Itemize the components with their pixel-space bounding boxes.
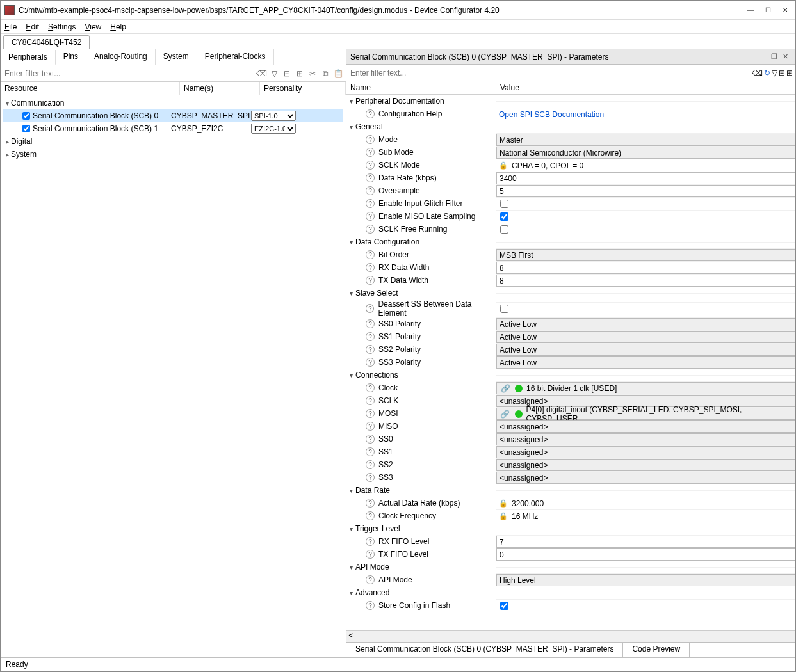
menu-file[interactable]: File bbox=[4, 22, 17, 31]
help-icon[interactable]: ? bbox=[366, 601, 375, 610]
collapse-icon[interactable]: ⊟ bbox=[282, 68, 292, 79]
checkbox-misolate[interactable] bbox=[500, 212, 508, 221]
close-button[interactable]: ✕ bbox=[783, 6, 788, 13]
bottom-tab-code-preview[interactable]: Code Preview bbox=[623, 643, 690, 657]
value-oversample[interactable]: 5 bbox=[496, 185, 795, 197]
chevron-down-icon[interactable]: ▾ bbox=[3, 100, 11, 107]
help-icon[interactable]: ? bbox=[366, 161, 375, 170]
tree-communication[interactable]: Communication bbox=[11, 99, 179, 108]
help-icon[interactable]: ? bbox=[366, 345, 375, 354]
expand-icon[interactable]: ⊞ bbox=[295, 68, 305, 79]
group-peripheral-doc[interactable]: Peripheral Documentation bbox=[355, 97, 444, 106]
chevron-down-icon[interactable]: ▾ bbox=[346, 564, 355, 571]
value-css3[interactable]: <unassigned> bbox=[496, 472, 795, 484]
value-css0[interactable]: <unassigned> bbox=[496, 433, 795, 445]
checkbox-glitch[interactable] bbox=[500, 200, 508, 208]
filter-icon[interactable]: ▽ bbox=[269, 68, 279, 79]
group-slaveselect[interactable]: Slave Select bbox=[355, 289, 398, 298]
help-icon[interactable]: ? bbox=[366, 263, 375, 272]
value-clock[interactable]: 16 bit Divider 1 clk [USED] bbox=[526, 384, 617, 393]
group-datacfg[interactable]: Data Configuration bbox=[355, 237, 419, 246]
group-trigger[interactable]: Trigger Level bbox=[355, 524, 400, 533]
device-tab[interactable]: CY8C4046LQI-T452 bbox=[3, 35, 90, 49]
group-connections[interactable]: Connections bbox=[355, 371, 398, 380]
bottom-tab-parameters[interactable]: Serial Communication Block (SCB) 0 (CYBS… bbox=[346, 643, 623, 657]
chevron-down-icon[interactable]: ▾ bbox=[346, 239, 355, 246]
help-icon[interactable]: ? bbox=[366, 447, 375, 456]
help-icon[interactable]: ? bbox=[366, 550, 375, 559]
tab-system[interactable]: System bbox=[156, 49, 197, 65]
help-icon[interactable]: ? bbox=[366, 396, 375, 405]
help-icon[interactable]: ? bbox=[366, 473, 375, 482]
chevron-down-icon[interactable]: ▾ bbox=[346, 124, 355, 131]
help-icon[interactable]: ? bbox=[366, 173, 375, 182]
cut-icon[interactable]: ✂ bbox=[307, 68, 318, 79]
help-icon[interactable]: ? bbox=[366, 109, 375, 118]
help-icon[interactable]: ? bbox=[366, 358, 375, 367]
checkbox-storeflash[interactable] bbox=[500, 602, 508, 610]
menu-edit[interactable]: Edit bbox=[26, 22, 39, 31]
menu-settings[interactable]: Settings bbox=[48, 22, 76, 31]
value-ss1[interactable]: Active Low bbox=[496, 331, 795, 343]
checkbox-sclkfree[interactable] bbox=[500, 225, 508, 234]
value-miso[interactable]: <unassigned> bbox=[496, 420, 795, 433]
chevron-right-icon[interactable]: ▸ bbox=[3, 151, 11, 158]
value-bitorder[interactable]: MSB First bbox=[496, 249, 795, 261]
help-icon[interactable]: ? bbox=[366, 499, 375, 508]
scb1-personality-select[interactable]: EZI2C-1.0 bbox=[251, 124, 296, 134]
left-filter-input[interactable] bbox=[3, 68, 254, 79]
checkbox-deassert[interactable] bbox=[500, 305, 508, 313]
group-datarate[interactable]: Data Rate bbox=[355, 486, 390, 495]
value-submode[interactable]: National Semiconductor (Microwire) bbox=[496, 147, 795, 159]
value-css2[interactable]: <unassigned> bbox=[496, 459, 795, 471]
value-txwidth[interactable]: 8 bbox=[496, 275, 795, 287]
help-icon[interactable]: ? bbox=[366, 383, 375, 392]
help-icon[interactable]: ? bbox=[366, 422, 375, 431]
value-rxfifo[interactable]: 7 bbox=[496, 536, 795, 548]
help-icon[interactable]: ? bbox=[366, 304, 374, 313]
help-icon[interactable]: ? bbox=[366, 250, 375, 259]
help-icon[interactable]: ? bbox=[366, 575, 375, 584]
help-icon[interactable]: ? bbox=[366, 319, 375, 328]
help-icon[interactable]: ? bbox=[366, 148, 375, 157]
value-rxwidth[interactable]: 8 bbox=[496, 262, 795, 274]
horizontal-scrollbar[interactable]: < bbox=[346, 630, 795, 642]
help-icon[interactable]: ? bbox=[366, 276, 375, 285]
minimize-button[interactable]: — bbox=[747, 6, 754, 13]
scb1-name[interactable]: CYBSP_EZI2C bbox=[171, 124, 251, 133]
tab-pins[interactable]: Pins bbox=[56, 49, 86, 65]
help-icon[interactable]: ? bbox=[366, 332, 375, 341]
help-icon[interactable]: ? bbox=[366, 511, 375, 520]
chevron-down-icon[interactable]: ▾ bbox=[346, 290, 355, 297]
scb0-name[interactable]: CYBSP_MASTER_SPI bbox=[171, 111, 251, 120]
chevron-right-icon[interactable]: ▸ bbox=[3, 138, 11, 145]
collapse-icon[interactable]: ⊟ bbox=[779, 68, 785, 77]
help-icon[interactable]: ? bbox=[366, 537, 375, 546]
chevron-down-icon[interactable]: ▾ bbox=[346, 487, 355, 494]
value-ss3[interactable]: Active Low bbox=[496, 356, 795, 369]
help-icon[interactable]: ? bbox=[366, 409, 375, 418]
maximize-button[interactable]: ☐ bbox=[765, 6, 771, 13]
help-icon[interactable]: ? bbox=[366, 135, 375, 144]
right-filter-input[interactable] bbox=[349, 67, 751, 79]
help-icon[interactable]: ? bbox=[366, 186, 375, 195]
scb0-personality-select[interactable]: SPI-1.0 bbox=[251, 111, 296, 121]
scb1-checkbox[interactable] bbox=[22, 125, 30, 132]
help-icon[interactable]: ? bbox=[366, 460, 375, 469]
undock-icon[interactable]: ❐ bbox=[771, 52, 780, 61]
chevron-down-icon[interactable]: ▾ bbox=[346, 589, 355, 596]
tab-peripherals[interactable]: Peripherals bbox=[1, 50, 56, 65]
value-datarate[interactable]: 3400 bbox=[496, 172, 795, 184]
help-icon[interactable]: ? bbox=[366, 212, 375, 221]
filter-icon[interactable]: ▽ bbox=[772, 68, 777, 77]
tree-digital[interactable]: Digital bbox=[11, 137, 179, 146]
clear-filter-icon[interactable]: ⌫ bbox=[256, 68, 266, 79]
menu-help[interactable]: Help bbox=[110, 22, 126, 31]
clear-filter-icon[interactable]: ⌫ bbox=[752, 68, 763, 77]
copy-icon[interactable]: ⧉ bbox=[320, 68, 330, 79]
scb0-label[interactable]: Serial Communication Block (SCB) 0 bbox=[33, 111, 158, 120]
chevron-down-icon[interactable]: ▾ bbox=[346, 372, 355, 379]
scb0-checkbox[interactable] bbox=[22, 112, 30, 120]
value-txfifo[interactable]: 0 bbox=[496, 548, 795, 561]
value-ss2[interactable]: Active Low bbox=[496, 344, 795, 356]
